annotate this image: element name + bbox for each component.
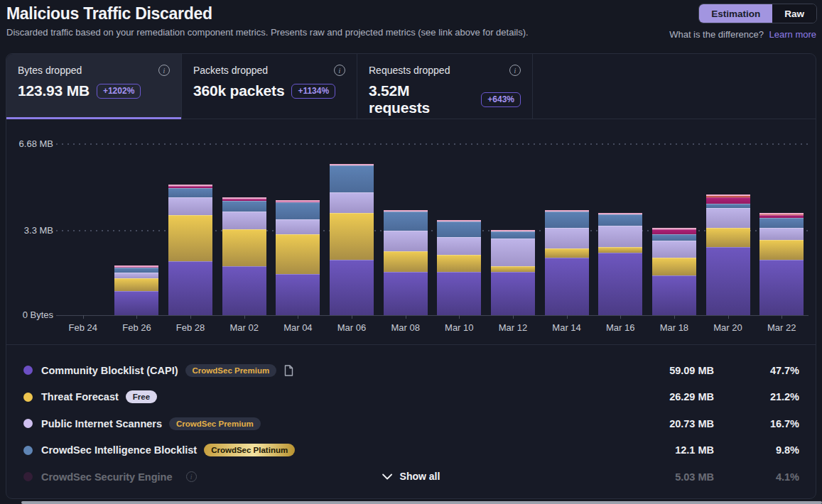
help-text: What is the difference?	[669, 29, 764, 40]
stacked-bar-mar08[interactable]	[384, 210, 428, 315]
legend-percent: 9.8%	[714, 444, 799, 456]
bar-slot-mar10	[432, 144, 486, 315]
legend-row[interactable]: Public Internet ScannersCrowdSec Premium…	[6, 410, 816, 437]
x-axis-tick-label: Mar 12	[486, 319, 540, 333]
stacked-bar-mar18[interactable]	[652, 228, 696, 315]
legend-series-name: Community Blocklist (CAPI)	[41, 365, 178, 376]
stacked-bar-mar16[interactable]	[598, 213, 642, 315]
x-axis-tick-label: Mar 04	[271, 319, 325, 333]
bar-segment	[545, 212, 589, 228]
stacked-bar-mar14[interactable]	[545, 210, 589, 315]
learn-more-link[interactable]: Learn more	[769, 29, 816, 40]
x-axis-tick	[567, 315, 568, 319]
bar-segment	[330, 165, 374, 192]
bar-slot-feb24	[56, 144, 110, 315]
x-axis-tick	[728, 315, 729, 319]
horizontal-scrollbar[interactable]	[21, 501, 822, 504]
show-all-button[interactable]: Show all	[382, 471, 440, 482]
bar-slot-mar22	[755, 144, 809, 315]
document-icon[interactable]	[284, 365, 293, 376]
legend-percent: 16.7%	[714, 418, 799, 429]
stacked-bar-mar10[interactable]	[437, 220, 481, 315]
show-all-label: Show all	[400, 471, 440, 482]
x-axis-tick	[513, 315, 514, 319]
x-axis-tick	[782, 315, 782, 319]
metric-card-requests-dropped[interactable]: Requests droppedi3.52M requests+643%	[357, 54, 533, 119]
malicious-traffic-panel: Bytes droppedi123.93 MB+1202%Packets dro…	[6, 53, 816, 499]
bar-segment	[491, 266, 535, 271]
legend-percent: 4.1%	[714, 471, 799, 483]
bar-segment	[276, 219, 320, 235]
x-axis-tick	[620, 315, 621, 319]
legend-row[interactable]: Community Blocklist (CAPI)CrowdSec Premi…	[6, 357, 816, 384]
stacked-bar-mar02[interactable]	[222, 197, 266, 315]
bar-segment	[114, 278, 158, 291]
bar-segment	[330, 213, 374, 261]
legend-row-left: CrowdSec Intelligence BlocklistCrowdSec …	[23, 444, 636, 456]
bar-segment	[330, 192, 374, 213]
stacked-bar-feb26[interactable]	[114, 265, 158, 315]
bar-slot-feb26	[110, 144, 164, 315]
plan-badge: CrowdSec Premium	[169, 417, 261, 430]
bar-segment	[168, 261, 212, 315]
bar-segment	[545, 248, 589, 258]
tab-estimation[interactable]: Estimation	[699, 4, 772, 23]
bar-slot-mar08	[379, 144, 433, 315]
metric-card-packets-dropped[interactable]: Packets droppedi360k packets+1134%	[182, 54, 357, 119]
chevron-down-icon	[382, 473, 392, 480]
legend-row-left: Public Internet ScannersCrowdSec Premium	[23, 417, 636, 430]
info-icon[interactable]: i	[334, 65, 345, 76]
metric-label: Requests dropped	[369, 65, 450, 76]
bar-segment	[384, 212, 428, 231]
bar-segment	[759, 228, 804, 239]
stacked-bar-mar04[interactable]	[276, 200, 320, 315]
bar-segment	[759, 260, 804, 315]
metric-card-bytes-dropped[interactable]: Bytes droppedi123.93 MB+1202%	[6, 54, 182, 119]
page-title: Malicious Traffic Discarded	[6, 4, 212, 23]
bar-slot-mar14	[540, 144, 594, 315]
stacked-bar-mar20[interactable]	[706, 195, 750, 315]
bar-segment	[545, 258, 589, 315]
bar-segment	[759, 240, 804, 261]
bar-segment	[384, 251, 428, 272]
plan-badge: CrowdSec Premium	[185, 364, 277, 377]
bar-slot-mar06	[325, 144, 379, 315]
metric-cards-filler	[533, 54, 816, 119]
metric-label: Bytes dropped	[18, 65, 82, 76]
stacked-bar-feb28[interactable]	[168, 185, 212, 315]
legend-row-left: Community Blocklist (CAPI)CrowdSec Premi…	[23, 364, 636, 377]
metric-value-row: 3.52M requests+643%	[369, 82, 521, 116]
legend-percent: 21.2%	[714, 391, 799, 402]
metric-card-header: Bytes droppedi	[18, 65, 170, 76]
legend-row[interactable]: CrowdSec Intelligence BlocklistCrowdSec …	[6, 437, 816, 464]
bar-segment	[168, 188, 212, 197]
stacked-bar-mar22[interactable]	[759, 213, 804, 315]
x-axis-tick	[298, 315, 298, 319]
bar-segment	[168, 215, 212, 261]
metric-delta-badge: +643%	[481, 92, 521, 107]
metric-delta-badge: +1134%	[291, 84, 335, 99]
x-axis-labels: Feb 24Feb 26Feb 28Mar 02Mar 04Mar 06Mar …	[56, 319, 809, 333]
legend-value: 12.1 MB	[636, 444, 714, 456]
info-icon[interactable]: i	[158, 65, 170, 76]
x-axis-tick-label: Mar 20	[701, 319, 755, 333]
legend-value: 20.73 MB	[636, 418, 714, 429]
legend-color-dot	[23, 366, 33, 375]
x-axis-tick-label: Mar 02	[217, 319, 271, 333]
info-icon[interactable]: i	[509, 65, 521, 76]
bar-slot-mar02	[217, 144, 271, 315]
x-axis-tick-label: Mar 10	[432, 319, 486, 333]
plot-area	[56, 144, 809, 315]
stacked-bar-mar06[interactable]	[330, 164, 374, 315]
x-axis-tick-label: Mar 22	[755, 319, 809, 333]
x-axis-tick	[136, 315, 137, 319]
bar-segment	[759, 218, 804, 228]
legend-row[interactable]: Threat ForecastFree26.29 MB21.2%	[6, 384, 816, 411]
metric-card-header: Packets droppedi	[193, 65, 345, 76]
legend-series-name: Threat Forecast	[41, 391, 119, 402]
info-icon[interactable]: i	[186, 471, 197, 482]
bar-segment	[437, 255, 481, 271]
tab-raw[interactable]: Raw	[772, 4, 816, 23]
stacked-bar-mar12[interactable]	[491, 230, 535, 315]
bar-slot-feb28	[163, 144, 217, 315]
